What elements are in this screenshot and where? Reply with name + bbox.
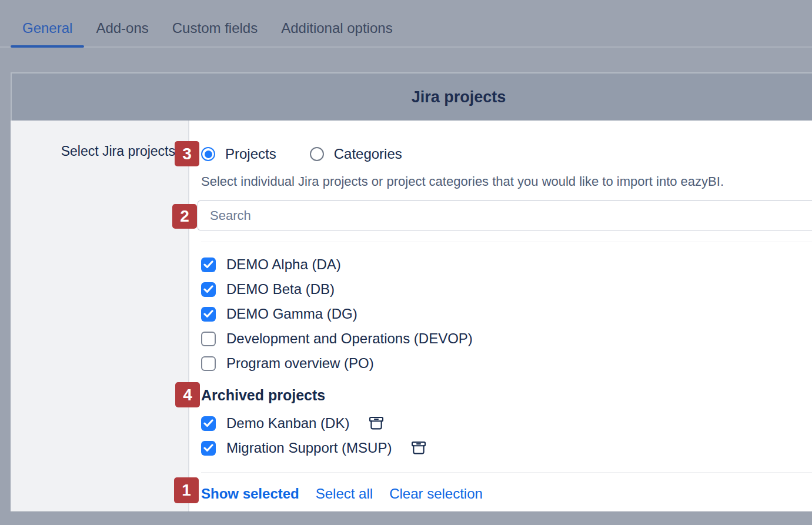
tab-add-ons[interactable]: Add-ons: [84, 19, 160, 46]
project-label: DEMO Beta (DB): [226, 281, 335, 297]
check-icon: [203, 260, 213, 269]
project-row-demo-kanban[interactable]: Demo Kanban (DK): [201, 411, 812, 436]
list-top-divider: [201, 242, 812, 242]
check-icon: [203, 419, 213, 427]
select-all-link[interactable]: Select all: [316, 486, 373, 502]
project-row-demo-alpha[interactable]: DEMO Alpha (DA): [201, 252, 812, 277]
selection-actions: Show selected Select all Clear selection: [201, 486, 812, 502]
archive-box-icon: [410, 440, 427, 456]
check-icon: [203, 310, 213, 318]
project-row-demo-gamma[interactable]: DEMO Gamma (DG): [201, 302, 812, 326]
project-label: Demo Kanban (DK): [226, 415, 349, 432]
show-selected-link[interactable]: Show selected: [201, 486, 299, 502]
archived-projects-heading: Archived projects: [201, 386, 812, 404]
project-list: DEMO Alpha (DA) DEMO Beta (DB) DEMO Gamm…: [201, 252, 812, 376]
annotation-badge-4: 4: [175, 382, 200, 407]
checkbox-icon[interactable]: [201, 307, 216, 322]
checkbox-icon[interactable]: [201, 356, 216, 371]
list-bottom-divider: [201, 472, 812, 473]
project-row-program-overview[interactable]: Program overview (PO): [201, 351, 812, 376]
settings-sidebar: Select Jira projects: [11, 121, 189, 511]
jira-projects-panel: Jira projects Select Jira projects Proje…: [11, 72, 812, 512]
projects-selection-content: Projects Categories Select individual Ji…: [189, 121, 812, 511]
tab-custom-fields[interactable]: Custom fields: [161, 19, 269, 46]
import-settings-tab-bar: General Add-ons Custom fields Additional…: [0, 0, 812, 48]
project-row-devop[interactable]: Development and Operations (DEVOP): [201, 326, 812, 351]
checkbox-icon[interactable]: [201, 416, 216, 431]
clear-selection-link[interactable]: Clear selection: [389, 486, 483, 502]
project-label: DEMO Alpha (DA): [226, 256, 341, 273]
radio-unselected-icon[interactable]: [310, 147, 324, 161]
radio-option-projects[interactable]: Projects: [201, 146, 276, 162]
project-label: Development and Operations (DEVOP): [226, 330, 473, 347]
checkbox-icon[interactable]: [201, 332, 216, 346]
radio-label-categories[interactable]: Categories: [334, 146, 402, 162]
annotation-badge-3: 3: [175, 141, 199, 166]
check-icon: [203, 285, 213, 293]
check-icon: [203, 444, 213, 452]
radio-option-categories[interactable]: Categories: [310, 146, 402, 162]
panel-header: Jira projects: [11, 72, 812, 121]
selection-help-text: Select individual Jira projects or proje…: [201, 174, 812, 189]
annotation-badge-1: 1: [174, 477, 199, 503]
project-row-demo-beta[interactable]: DEMO Beta (DB): [201, 277, 812, 302]
project-search-input[interactable]: [198, 200, 812, 230]
panel-body: Select Jira projects Projects Categories…: [11, 121, 812, 512]
checkbox-icon[interactable]: [201, 441, 216, 456]
project-label: DEMO Gamma (DG): [226, 306, 357, 322]
project-label: Program overview (PO): [226, 355, 374, 372]
checkbox-icon[interactable]: [201, 258, 216, 272]
radio-label-projects[interactable]: Projects: [225, 146, 276, 162]
checkbox-icon[interactable]: [201, 282, 216, 297]
panel-title: Jira projects: [412, 88, 506, 106]
project-label: Migration Support (MSUP): [226, 440, 392, 456]
annotation-badge-2: 2: [172, 204, 197, 229]
tab-additional-options[interactable]: Additional options: [269, 19, 404, 46]
tab-general[interactable]: General: [11, 19, 84, 46]
mode-radio-group: Projects Categories: [201, 145, 812, 163]
archived-project-list: Demo Kanban (DK) Migration Support (MSUP…: [201, 411, 812, 460]
radio-selected-icon[interactable]: [201, 147, 215, 161]
archive-box-icon: [368, 415, 385, 432]
select-jira-projects-label: Select Jira projects: [61, 143, 175, 159]
project-row-migration-support[interactable]: Migration Support (MSUP): [201, 436, 812, 460]
